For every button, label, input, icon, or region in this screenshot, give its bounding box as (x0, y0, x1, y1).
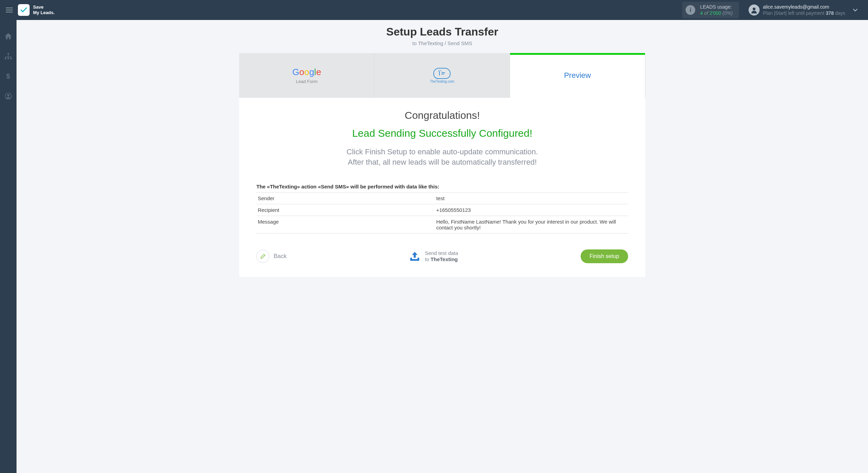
svg-rect-4 (10, 58, 12, 59)
info-icon: i (686, 5, 695, 15)
google-logo-icon: Google (292, 67, 321, 78)
header-left: Save My Leads. (4, 4, 55, 16)
success-heading: Lead Sending Successfully Configured! (256, 127, 628, 139)
nav-billing[interactable]: $ (0, 70, 17, 82)
page-subtitle: to TheTexting / Send SMS (17, 40, 868, 46)
svg-point-0 (753, 8, 755, 10)
page-title: Setup Leads Transfer (17, 25, 868, 38)
svg-rect-3 (8, 58, 9, 59)
svg-rect-9 (410, 258, 412, 259)
account-menu[interactable]: alice.savemyleads@gmail.com Plan |Start|… (749, 4, 858, 16)
table-row: Sender test (256, 193, 628, 204)
tab-preview-label: Preview (564, 71, 591, 80)
row-value: Hello, FirstName LastName! Thank you for… (435, 216, 628, 234)
chevron-down-icon (853, 9, 858, 12)
user-circle-icon (5, 93, 12, 100)
nav-connections[interactable] (0, 50, 17, 62)
row-value: +16505550123 (435, 204, 628, 216)
congrats-heading: Congratulations! (256, 110, 628, 121)
nav-account[interactable] (0, 90, 17, 102)
preview-table: Sender test Recipient +16505550123 Messa… (256, 192, 628, 234)
sitemap-icon (5, 53, 12, 59)
svg-rect-10 (417, 258, 419, 259)
table-row: Message Hello, FirstName LastName! Thank… (256, 216, 628, 234)
pencil-icon (256, 250, 269, 263)
brand-logo-icon (18, 4, 30, 16)
usage-text: LEADS usage: 4 of 2'000 (0%) (700, 4, 733, 16)
wizard-footer: Back Send test data to TheTexting Finish… (256, 249, 628, 263)
tab-source[interactable]: Google Lead Form (239, 53, 374, 98)
nav-home[interactable] (0, 30, 17, 42)
back-label: Back (274, 253, 287, 260)
row-key: Recipient (256, 204, 435, 216)
finish-setup-button[interactable]: Finish setup (581, 249, 628, 263)
description-text: Click Finish Setup to enable auto-update… (256, 147, 628, 167)
home-icon (5, 33, 12, 39)
wizard-tabs: Google Lead Form TheTexting.com Preview (239, 53, 645, 98)
svg-text:$: $ (6, 73, 10, 80)
wizard-body: Congratulations! Lead Sending Successful… (239, 98, 645, 277)
svg-rect-2 (5, 58, 6, 59)
tab-preview[interactable]: Preview (510, 53, 645, 98)
main-content: Setup Leads Transfer to TheTexting / Sen… (17, 20, 868, 473)
brand-name: Save My Leads. (33, 4, 55, 15)
row-value: test (435, 193, 628, 204)
header-right: i LEADS usage: 4 of 2'000 (0%) alice.sav… (682, 2, 858, 18)
account-info: alice.savemyleads@gmail.com Plan |Start|… (763, 4, 845, 16)
avatar-icon (749, 4, 760, 16)
tab-destination[interactable]: TheTexting.com (374, 53, 510, 98)
row-key: Sender (256, 193, 435, 204)
menu-toggle-button[interactable] (4, 6, 14, 14)
leads-usage-badge[interactable]: i LEADS usage: 4 of 2'000 (0%) (682, 2, 739, 18)
dollar-icon: $ (6, 73, 10, 80)
send-test-label: Send test data to TheTexting (425, 250, 458, 263)
svg-point-7 (7, 94, 9, 96)
table-row: Recipient +16505550123 (256, 204, 628, 216)
tab-source-caption: Lead Form (296, 79, 318, 84)
wizard-card: Google Lead Form TheTexting.com Preview … (239, 53, 645, 277)
row-key: Message (256, 216, 435, 234)
svg-rect-1 (8, 53, 9, 54)
upload-icon (409, 251, 421, 261)
preview-table-intro: The «TheTexting» action «Send SMS» will … (256, 184, 628, 189)
sidebar: $ (0, 20, 17, 473)
back-button[interactable]: Back (256, 250, 287, 263)
top-header: Save My Leads. i LEADS usage: 4 of 2'000… (0, 0, 868, 20)
send-test-button[interactable]: Send test data to TheTexting (409, 250, 458, 263)
thetexting-logo-icon: TheTexting.com (430, 68, 454, 83)
